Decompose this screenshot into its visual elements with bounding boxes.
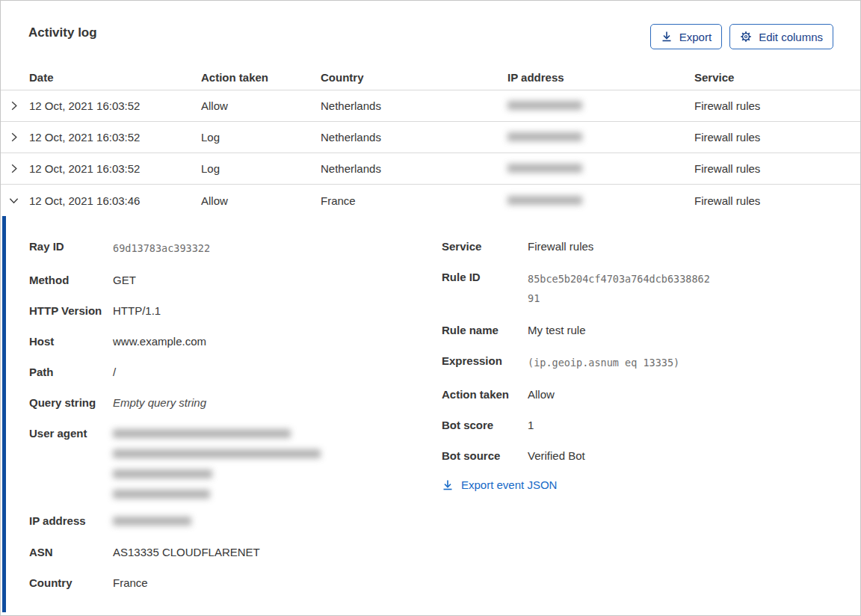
field-value: Empty query string xyxy=(113,395,206,411)
field-value: AS13335 CLOUDFLARENET xyxy=(113,544,260,561)
edit-columns-button[interactable]: Edit columns xyxy=(729,24,833,49)
redacted-ip xyxy=(507,132,582,141)
field-value: My test rule xyxy=(528,322,586,339)
field-label: Ray ID xyxy=(29,238,113,255)
redacted-ip xyxy=(507,101,582,110)
page-title: Activity log xyxy=(28,25,97,40)
cell-country: Netherlands xyxy=(321,99,507,112)
detail-field-asn: ASN AS13335 CLOUDFLARENET xyxy=(29,544,418,561)
cell-ip-address xyxy=(507,99,694,112)
redacted-ip xyxy=(113,517,191,526)
field-label: Method xyxy=(29,272,113,289)
table-row[interactable]: 12 Oct, 2021 16:03:52 Allow Netherlands … xyxy=(1,90,860,122)
detail-field-path: Path / xyxy=(29,364,418,381)
field-label: Rule name xyxy=(442,322,528,339)
cell-date: 12 Oct, 2021 16:03:52 xyxy=(29,99,201,112)
field-label: Bot source xyxy=(442,448,528,464)
cell-action-taken: Log xyxy=(201,162,321,175)
field-label: Bot score xyxy=(442,417,528,434)
export-event-json-link[interactable]: Export event JSON xyxy=(442,478,800,491)
table-row-expanded[interactable]: 12 Oct, 2021 16:03:46 Allow France Firew… xyxy=(1,185,860,216)
expand-row-toggle[interactable] xyxy=(1,132,29,143)
table-row[interactable]: 12 Oct, 2021 16:03:52 Log Netherlands Fi… xyxy=(1,122,860,153)
field-label: Query string xyxy=(29,395,113,411)
field-value: HTTP/1.1 xyxy=(113,303,161,319)
redacted-line xyxy=(113,469,212,478)
chevron-down-icon xyxy=(8,195,19,206)
field-label: Action taken xyxy=(442,386,528,403)
event-detail-panel: Ray ID 69d13783ac393322 Method GET HTTP … xyxy=(2,216,860,612)
field-value: Verified Bot xyxy=(528,448,585,464)
field-value: 69d13783ac393322 xyxy=(113,238,210,258)
redacted-line xyxy=(113,490,210,499)
cell-ip-address xyxy=(507,194,694,207)
cell-country: Netherlands xyxy=(321,131,507,144)
field-value: Firewall rules xyxy=(528,238,593,255)
detail-field-rule-name: Rule name My test rule xyxy=(442,322,800,339)
gear-icon xyxy=(740,31,752,43)
detail-right-column: Service Firewall rules Rule ID 85bce5b20… xyxy=(442,238,800,491)
cell-date: 12 Oct, 2021 16:03:52 xyxy=(29,162,201,175)
field-label: Rule ID xyxy=(442,269,528,286)
column-header-date: Date xyxy=(29,71,201,84)
field-value: GET xyxy=(113,272,136,289)
detail-field-bot-score: Bot score 1 xyxy=(442,417,800,434)
field-value: France xyxy=(113,575,148,591)
detail-field-service: Service Firewall rules xyxy=(442,238,800,255)
header-actions: Export Edit columns xyxy=(650,24,833,49)
expand-row-toggle[interactable] xyxy=(1,100,29,111)
download-icon xyxy=(442,479,454,491)
activity-log-table: Date Action taken Country IP address Ser… xyxy=(1,64,860,216)
field-label: Country xyxy=(29,575,113,591)
collapse-row-toggle[interactable] xyxy=(1,195,29,206)
chevron-right-icon xyxy=(8,132,19,143)
field-label: Service xyxy=(442,238,528,255)
cell-service: Firewall rules xyxy=(694,131,860,144)
detail-field-user-agent: User agent xyxy=(29,425,418,499)
column-header-action-taken: Action taken xyxy=(201,71,321,84)
cell-country: France xyxy=(321,194,507,207)
redacted-ip xyxy=(507,196,582,205)
detail-field-bot-source: Bot source Verified Bot xyxy=(442,448,800,464)
redacted-user-agent xyxy=(113,425,321,499)
column-header-ip-address: IP address xyxy=(507,71,694,84)
export-button[interactable]: Export xyxy=(650,24,722,49)
detail-field-expression: Expression (ip.geoip.asnum eq 13335) xyxy=(442,353,800,372)
detail-field-query-string: Query string Empty query string xyxy=(29,395,418,411)
detail-field-method: Method GET xyxy=(29,272,418,289)
field-label: IP address xyxy=(29,513,113,529)
cell-service: Firewall rules xyxy=(694,162,860,175)
column-header-country: Country xyxy=(321,71,507,84)
cell-service: Firewall rules xyxy=(694,194,860,207)
column-header-service: Service xyxy=(694,71,860,84)
detail-left-column: Ray ID 69d13783ac393322 Method GET HTTP … xyxy=(29,238,418,606)
field-label: ASN xyxy=(29,544,113,561)
field-value: www.example.com xyxy=(113,333,206,350)
detail-field-host: Host www.example.com xyxy=(29,333,418,350)
field-value: (ip.geoip.asnum eq 13335) xyxy=(528,353,679,372)
export-button-label: Export xyxy=(679,31,712,43)
cell-action-taken: Log xyxy=(201,131,321,144)
field-label: Expression xyxy=(442,353,528,369)
table-row[interactable]: 12 Oct, 2021 16:03:52 Log Netherlands Fi… xyxy=(1,153,860,185)
detail-field-rule-id: Rule ID 85bce5b204cf4703a764dcb633886291 xyxy=(442,269,800,308)
expand-row-toggle[interactable] xyxy=(1,163,29,174)
field-label: Host xyxy=(29,333,113,350)
edit-columns-button-label: Edit columns xyxy=(759,31,823,43)
detail-field-ip-address: IP address xyxy=(29,513,418,530)
cell-date: 12 Oct, 2021 16:03:46 xyxy=(29,194,201,207)
table-header-row: Date Action taken Country IP address Ser… xyxy=(1,64,860,90)
redacted-ip xyxy=(507,164,582,173)
cell-ip-address xyxy=(507,162,694,175)
field-value: 1 xyxy=(528,417,534,434)
field-value: 85bce5b204cf4703a764dcb633886291 xyxy=(528,269,713,308)
detail-field-country: Country France xyxy=(29,575,418,591)
chevron-right-icon xyxy=(8,100,19,111)
redacted-line xyxy=(113,429,291,438)
detail-field-ray-id: Ray ID 69d13783ac393322 xyxy=(29,238,418,258)
cell-country: Netherlands xyxy=(321,162,507,175)
detail-field-action-taken: Action taken Allow xyxy=(442,386,800,403)
export-event-json-label: Export event JSON xyxy=(461,478,557,491)
cell-ip-address xyxy=(507,131,694,144)
cell-action-taken: Allow xyxy=(201,194,321,207)
